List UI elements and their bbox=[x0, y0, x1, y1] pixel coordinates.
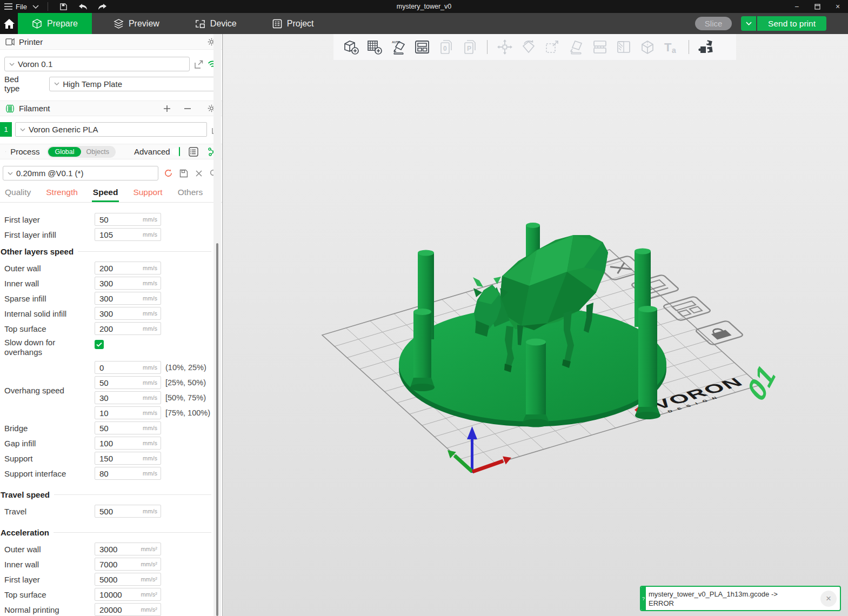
text-tool-icon[interactable]: T a bbox=[662, 38, 680, 56]
setting-input[interactable]: 300 mm/s bbox=[95, 277, 161, 290]
rotate-icon[interactable] bbox=[519, 38, 538, 56]
tab-device[interactable]: Device bbox=[181, 13, 251, 34]
process-tab-strength[interactable]: Strength bbox=[46, 188, 78, 202]
arrange-plate-icon[interactable] bbox=[662, 296, 711, 321]
setting-value: 10 bbox=[99, 409, 143, 418]
remove-filament-icon[interactable] bbox=[182, 103, 193, 114]
home-button[interactable] bbox=[0, 13, 18, 34]
setting-input[interactable]: 150 mm/s bbox=[95, 452, 161, 465]
process-preset-select[interactable]: 0.20mm @V0.1 (*) bbox=[3, 166, 158, 180]
setting-label: Overhang speed bbox=[4, 386, 95, 395]
file-menu[interactable]: File bbox=[4, 3, 27, 11]
undo-button[interactable] bbox=[76, 1, 90, 12]
chevron-down-icon bbox=[20, 127, 25, 132]
prepare-icon bbox=[32, 19, 42, 29]
split-to-parts-icon[interactable] bbox=[615, 38, 633, 56]
setting-input[interactable]: 200 mm/s bbox=[95, 262, 161, 274]
split-to-objects-icon[interactable] bbox=[591, 38, 609, 56]
setting-input[interactable]: 300 mm/s bbox=[95, 307, 161, 320]
minimize-button[interactable]: − bbox=[786, 0, 807, 13]
setting-row: Outer wall 200 mm/s bbox=[0, 260, 213, 276]
setting-row: Normal printing 20000 mm/s² bbox=[0, 602, 213, 616]
scope-global-button[interactable]: Global bbox=[48, 147, 81, 157]
setting-label: Inner wall bbox=[4, 560, 95, 569]
setting-input[interactable]: 105 mm/s bbox=[95, 228, 161, 241]
setting-input[interactable]: 0 mm/s bbox=[95, 361, 161, 374]
setting-input[interactable]: 300 mm/s bbox=[95, 292, 161, 305]
advanced-toggle[interactable] bbox=[179, 147, 180, 156]
arrange-icon[interactable] bbox=[413, 38, 431, 56]
setting-input[interactable]: 50 mm/s bbox=[95, 213, 161, 226]
setting-input[interactable]: 20000 mm/s² bbox=[95, 603, 161, 616]
setting-label: Travel bbox=[4, 507, 95, 516]
overhang-range-label: (10%, 25%) bbox=[165, 363, 206, 372]
process-tab-quality[interactable]: Quality bbox=[5, 188, 31, 202]
filament-slot-badge[interactable]: 1 bbox=[0, 122, 12, 137]
process-tab-support[interactable]: Support bbox=[133, 188, 162, 202]
printer-select[interactable]: Voron 0.1 bbox=[4, 57, 190, 71]
close-button[interactable]: × bbox=[827, 0, 848, 13]
bed-type-select[interactable]: High Temp Plate bbox=[49, 77, 218, 91]
send-options-button[interactable] bbox=[741, 16, 756, 31]
setting-value: 5000 bbox=[99, 575, 141, 584]
setting-input[interactable]: 10 mm/s bbox=[95, 406, 161, 419]
filament-select[interactable]: Voron Generic PLA bbox=[15, 122, 207, 137]
parameter-list-icon[interactable] bbox=[189, 146, 198, 157]
setting-row: 10 mm/s [75%, 100%) bbox=[95, 405, 210, 420]
slow-down-checkbox[interactable] bbox=[95, 340, 104, 349]
assembly-view-icon[interactable] bbox=[697, 38, 716, 56]
setting-input[interactable]: 50 mm/s bbox=[95, 376, 161, 389]
panel-scrollbar[interactable] bbox=[213, 34, 221, 616]
clear-preset-icon[interactable] bbox=[194, 168, 204, 179]
tower-pillar[interactable] bbox=[635, 306, 660, 419]
edit-printer-icon[interactable] bbox=[193, 59, 204, 70]
add-model-icon[interactable] bbox=[342, 38, 360, 56]
chevron-down-icon bbox=[746, 22, 752, 25]
send-to-print-button[interactable]: Send to print bbox=[757, 16, 826, 31]
auto-orient-icon[interactable]: AUTO bbox=[389, 38, 408, 56]
reset-preset-icon[interactable] bbox=[163, 168, 173, 179]
viewport-toolbar: AUTO 0 P bbox=[333, 34, 736, 60]
mesh-boolean-icon[interactable] bbox=[638, 38, 657, 56]
setting-input[interactable]: 30 mm/s bbox=[95, 391, 161, 404]
setting-input[interactable]: 80 mm/s bbox=[95, 467, 161, 480]
tab-prepare[interactable]: Prepare bbox=[18, 13, 92, 34]
setting-value: 0 bbox=[99, 363, 143, 372]
setting-unit: mm/s bbox=[143, 508, 157, 514]
move-icon[interactable] bbox=[496, 38, 514, 56]
scale-icon[interactable] bbox=[543, 38, 562, 56]
chevron-down-icon[interactable] bbox=[32, 5, 39, 9]
process-tab-speed[interactable]: Speed bbox=[93, 188, 118, 202]
maximize-button[interactable] bbox=[807, 0, 827, 13]
notification-close-icon[interactable]: × bbox=[820, 591, 837, 607]
process-tab-others[interactable]: Others bbox=[178, 188, 203, 202]
zero-doc-icon[interactable]: 0 bbox=[437, 38, 455, 56]
setting-input[interactable]: 10000 mm/s² bbox=[95, 588, 161, 601]
slice-button[interactable]: Slice bbox=[695, 17, 732, 30]
tower-pillar[interactable] bbox=[410, 309, 435, 391]
tower-pillar[interactable] bbox=[522, 339, 550, 427]
add-plate-icon[interactable] bbox=[365, 38, 384, 56]
panel-scrollbar-thumb[interactable] bbox=[216, 243, 218, 616]
add-filament-icon[interactable] bbox=[162, 103, 172, 114]
tab-project[interactable]: Project bbox=[258, 13, 328, 34]
setting-input[interactable]: 500 mm/s bbox=[95, 505, 161, 518]
save-button[interactable] bbox=[57, 1, 71, 12]
plate-number: 01 bbox=[743, 357, 780, 409]
scope-objects-button[interactable]: Objects bbox=[81, 148, 115, 156]
notification-line2: ERROR bbox=[649, 599, 818, 608]
save-preset-icon[interactable] bbox=[178, 168, 189, 179]
setting-input[interactable]: 100 mm/s bbox=[95, 437, 161, 450]
lay-on-face-icon[interactable] bbox=[567, 38, 585, 56]
setting-input[interactable]: 7000 mm/s² bbox=[95, 558, 161, 571]
setting-input[interactable]: 200 mm/s bbox=[95, 322, 161, 335]
p-doc-icon[interactable]: P bbox=[460, 38, 479, 56]
setting-input[interactable]: 5000 mm/s² bbox=[95, 573, 161, 586]
viewport-3d[interactable]: VORON D E S I G N 01 bbox=[223, 34, 848, 616]
setting-input[interactable]: 3000 mm/s² bbox=[95, 543, 161, 555]
setting-value: 500 bbox=[99, 507, 143, 516]
redo-button[interactable] bbox=[96, 1, 110, 12]
tab-bar: Prepare Preview Device Project Slice bbox=[0, 13, 848, 34]
setting-input[interactable]: 50 mm/s bbox=[95, 421, 161, 434]
tab-preview[interactable]: Preview bbox=[99, 13, 173, 34]
